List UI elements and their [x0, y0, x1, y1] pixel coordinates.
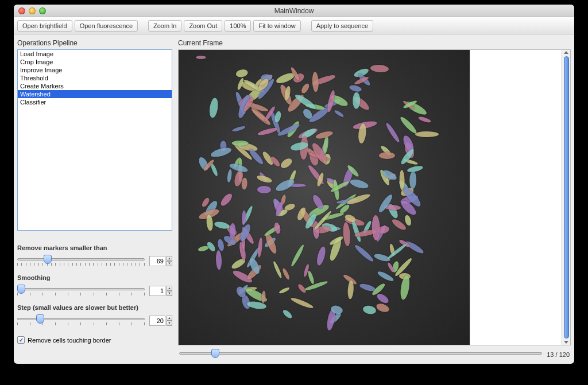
pipeline-item[interactable]: Watershed [18, 90, 172, 98]
pipeline-item[interactable]: Create Markers [18, 82, 172, 90]
step-slider[interactable] [17, 314, 145, 327]
stepper-up-icon[interactable]: ▲ [167, 286, 172, 291]
viewer-blank-area [470, 50, 562, 345]
right-panel: Current Frame 13 / 120 [178, 38, 571, 360]
scrollbar-thumb[interactable] [564, 56, 569, 339]
stepper-down-icon[interactable]: ▼ [167, 261, 172, 266]
current-frame-heading: Current Frame [178, 39, 571, 47]
apply-sequence-button[interactable]: Apply to sequence [311, 20, 374, 32]
remove-markers-input[interactable] [149, 256, 165, 266]
parameter-panel: Remove markers smaller than ▲ ▼ [17, 241, 172, 344]
remove-border-checkbox[interactable]: ✓ [17, 336, 25, 344]
vertical-scrollbar[interactable] [562, 50, 570, 345]
remove-markers-spinbox[interactable]: ▲ ▼ [149, 256, 172, 266]
smoothing-input[interactable] [149, 286, 165, 296]
window-title: MainWindow [14, 7, 574, 15]
pipeline-item[interactable]: Threshold [18, 74, 172, 82]
remove-markers-slider[interactable] [17, 255, 145, 267]
stepper-down-icon[interactable]: ▼ [167, 291, 172, 296]
pipeline-item[interactable]: Load Image [18, 50, 172, 58]
pipeline-list[interactable]: Load ImageCrop ImageImprove ImageThresho… [17, 49, 172, 231]
slider-thumb[interactable] [211, 349, 219, 358]
open-fluorescence-button[interactable]: Open fluorescence [75, 20, 138, 32]
content-area: Operations Pipeline Load ImageCrop Image… [14, 34, 574, 364]
zoom-100-button[interactable]: 100% [225, 20, 251, 32]
smoothing-slider[interactable] [17, 285, 145, 297]
left-panel: Operations Pipeline Load ImageCrop Image… [17, 38, 172, 360]
scroll-down-icon[interactable] [564, 341, 568, 344]
zoom-in-button[interactable]: Zoom In [148, 20, 181, 32]
stepper-down-icon[interactable]: ▼ [167, 321, 172, 326]
scroll-up-icon[interactable] [564, 51, 568, 54]
titlebar: MainWindow [14, 5, 574, 17]
step-label: Step (small values are slower but better… [17, 304, 172, 311]
frame-counter: 13 / 120 [547, 351, 570, 358]
open-brightfield-button[interactable]: Open brightfield [17, 20, 72, 32]
frame-slider[interactable] [179, 349, 542, 360]
slider-thumb[interactable] [17, 285, 25, 294]
zoom-icon[interactable] [39, 7, 46, 14]
close-icon[interactable] [18, 7, 25, 14]
smoothing-label: Smoothing [17, 274, 172, 281]
step-input[interactable] [149, 316, 165, 326]
remove-markers-label: Remove markers smaller than [17, 244, 172, 251]
step-spinbox[interactable]: ▲ ▼ [149, 316, 172, 326]
toolbar: Open brightfield Open fluorescence Zoom … [14, 17, 574, 34]
main-window: MainWindow Open brightfield Open fluores… [14, 5, 574, 364]
pipeline-item[interactable]: Crop Image [18, 58, 172, 66]
image-viewer [178, 49, 571, 345]
minimize-icon[interactable] [29, 7, 36, 14]
remove-border-label: Remove cells touching border [28, 337, 111, 344]
image-canvas[interactable] [179, 50, 470, 345]
slider-thumb[interactable] [44, 255, 52, 264]
pipeline-heading: Operations Pipeline [17, 39, 172, 47]
stepper-up-icon[interactable]: ▲ [167, 316, 172, 321]
pipeline-item[interactable]: Improve Image [18, 66, 172, 74]
fit-window-button[interactable]: Fit to window [253, 20, 300, 32]
pipeline-item[interactable]: Classifier [18, 98, 172, 106]
smoothing-spinbox[interactable]: ▲ ▼ [149, 286, 172, 296]
traffic-lights [18, 7, 46, 14]
slider-thumb[interactable] [36, 314, 44, 324]
zoom-out-button[interactable]: Zoom Out [184, 20, 222, 32]
stepper-up-icon[interactable]: ▲ [167, 256, 172, 261]
